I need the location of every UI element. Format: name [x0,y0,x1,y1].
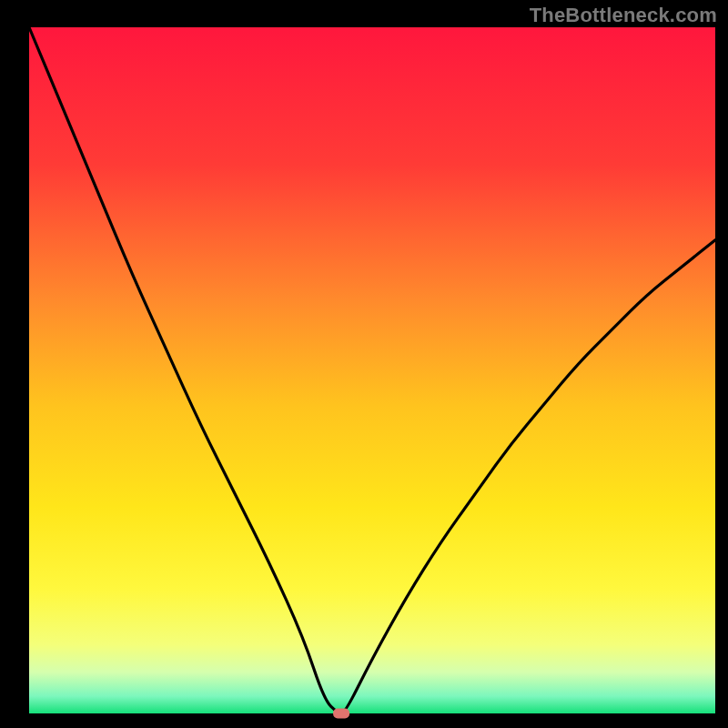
bottleneck-chart [0,0,728,728]
minimum-marker [333,709,349,719]
chart-frame: TheBottleneck.com [0,0,728,728]
watermark-text: TheBottleneck.com [530,4,717,27]
plot-background [29,27,715,713]
